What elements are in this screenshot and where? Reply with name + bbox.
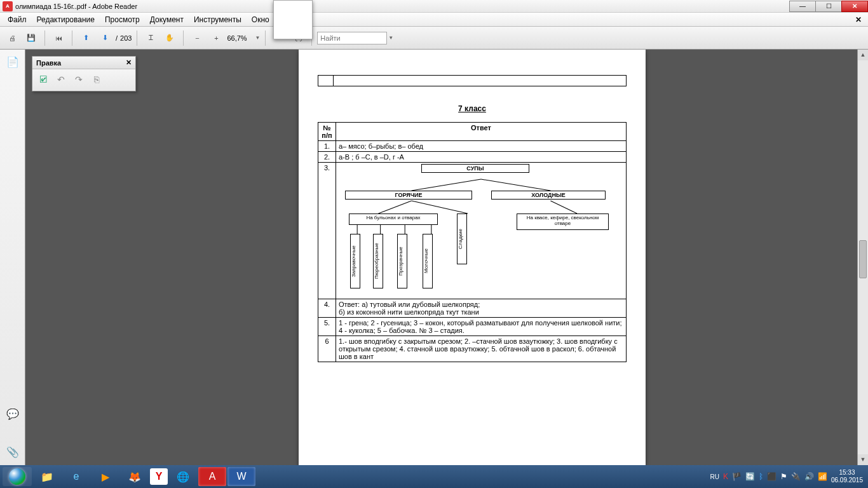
undo-icon[interactable]: ↶	[55, 74, 67, 86]
find-dropdown-icon[interactable]: ▼	[388, 35, 393, 41]
separator	[72, 30, 72, 46]
copy-icon[interactable]: ⎘	[91, 74, 102, 86]
separator	[137, 30, 137, 46]
tray-date: 06.09.2015	[831, 477, 863, 484]
soup-diagram: СУПЫ ГОРЯЧИЕ ХОЛОДНЫЕ На бульонах и отва…	[339, 164, 623, 297]
tray-volume-icon[interactable]: 🔊	[804, 472, 814, 481]
main-area: 📄 💬 📎 7 класс № п/п Ответ 1. а– мясо; б–…	[0, 50, 868, 465]
zoom-out-button[interactable]: −	[189, 30, 205, 46]
zoom-in-button[interactable]: +	[208, 30, 224, 46]
tray-power-icon[interactable]: 🔌	[791, 472, 801, 481]
header-row	[318, 75, 627, 86]
row-num: 6	[318, 336, 336, 362]
page-number-input[interactable]	[273, 0, 313, 39]
page-down-button[interactable]: ⬇	[97, 30, 113, 46]
zoom-value: 66,7%	[227, 34, 254, 42]
minimize-button[interactable]: —	[789, 1, 816, 12]
separator	[183, 30, 184, 46]
separator	[265, 30, 266, 46]
svg-line-2	[379, 201, 412, 214]
diagram-box: Прозрачные	[397, 234, 407, 288]
separator	[44, 30, 45, 46]
print-button[interactable]: 🖨	[4, 30, 20, 46]
taskbar-word-icon[interactable]: W	[227, 467, 255, 486]
diagram-box: Пюреобразные	[373, 234, 383, 288]
answer-cell: СУПЫ ГОРЯЧИЕ ХОЛОДНЫЕ На бульонах и отва…	[336, 163, 627, 299]
menu-bar: Файл Редактирование Просмотр Документ Ин…	[0, 13, 868, 27]
svg-line-4	[550, 201, 577, 214]
start-button[interactable]	[3, 467, 32, 486]
window-title: олимпиада 15-16г..pdf - Adobe Reader	[15, 3, 137, 10]
redo-icon[interactable]: ↷	[73, 74, 85, 86]
pdf-page: 7 класс № п/п Ответ 1. а– мясо; б–рыбы; …	[299, 50, 646, 465]
scroll-up-icon[interactable]: ▲	[858, 50, 868, 60]
row-num: 1.	[318, 141, 336, 152]
diagram-box: Заправочные	[350, 234, 360, 288]
taskbar-explorer-icon[interactable]: 📁	[33, 467, 61, 486]
palette-close-button[interactable]: ✕	[126, 58, 132, 67]
windows-orb-icon	[9, 468, 25, 485]
spellcheck-icon[interactable]: 🗹	[37, 74, 49, 86]
taskbar-ie-icon[interactable]: e	[62, 467, 90, 486]
taskbar-yandex-icon[interactable]: Y	[150, 468, 168, 485]
row-num: 2.	[318, 152, 336, 163]
nav-first-button[interactable]: ⏮	[50, 30, 67, 46]
diagram-box: ГОРЯЧИЕ	[345, 191, 472, 200]
taskbar-chrome-icon[interactable]: 🌐	[169, 467, 197, 486]
tray-bluetooth-icon[interactable]: ᛒ	[759, 472, 763, 481]
taskbar[interactable]: 📁 e ▶ 🦊 Y 🌐 A W RU K 🏴 🔄 ᛒ ⬛ ⚑ 🔌 🔊 📶 15:…	[0, 465, 868, 488]
tray-time: 15:33	[831, 469, 863, 477]
menu-view[interactable]: Просмотр	[100, 14, 145, 25]
comments-panel-icon[interactable]: 💬	[6, 408, 19, 421]
diagram-box: СУПЫ	[421, 164, 529, 173]
page-total: 203	[120, 34, 132, 42]
menu-document[interactable]: Документ	[145, 14, 189, 25]
nav-pane: 📄 💬 📎	[0, 50, 25, 465]
zoom-dropdown-icon[interactable]: ▼	[255, 35, 260, 41]
svg-line-0	[412, 179, 481, 191]
tray-sync-icon[interactable]: 🔄	[745, 472, 755, 481]
document-close-button[interactable]: ✕	[851, 15, 865, 24]
answer-cell: 1 - грена; 2 - гусеница; 3 – кокон, кото…	[336, 318, 627, 336]
tray-language[interactable]: RU	[710, 473, 719, 480]
answer-cell: а-В ; б –С, в –D, г -А	[336, 152, 627, 163]
maximize-button[interactable]: ☐	[815, 1, 842, 12]
tray-clock[interactable]: 15:33 06.09.2015	[831, 469, 863, 484]
taskbar-firefox-icon[interactable]: 🦊	[121, 467, 149, 486]
save-button[interactable]: 💾	[23, 30, 39, 46]
tray-antivirus-icon[interactable]: K	[723, 472, 728, 481]
scroll-thumb[interactable]	[859, 240, 867, 278]
answer-cell: 1.- шов вподгибку с закрытым срезом; 2. …	[336, 336, 627, 362]
attachments-panel-icon[interactable]: 📎	[6, 446, 19, 459]
menu-tools[interactable]: Инструменты	[189, 14, 247, 25]
close-button[interactable]: ✕	[841, 1, 868, 12]
answer-cell: Ответ: а) тутовый или дубовый шелкопряд;…	[336, 299, 627, 318]
menu-edit[interactable]: Редактирование	[32, 14, 100, 25]
tray-flag-icon[interactable]: 🏴	[732, 472, 742, 481]
answers-table: № п/п Ответ 1. а– мясо; б–рыбы; в– обед …	[318, 122, 627, 362]
scroll-down-icon[interactable]: ▼	[858, 454, 868, 465]
page-up-button[interactable]: ⬆	[78, 30, 94, 46]
tray-nvidia-icon[interactable]: ⬛	[767, 472, 776, 481]
taskbar-media-icon[interactable]: ▶	[92, 467, 119, 486]
svg-line-1	[481, 179, 550, 191]
system-tray[interactable]: RU K 🏴 🔄 ᛒ ⬛ ⚑ 🔌 🔊 📶 15:33 06.09.2015	[710, 469, 865, 484]
svg-line-3	[412, 201, 468, 214]
pages-panel-icon[interactable]: 📄	[6, 56, 19, 69]
select-tool-button[interactable]: Ꮖ	[142, 30, 159, 46]
taskbar-reader-icon[interactable]: A	[198, 467, 226, 486]
row-num: 4.	[318, 299, 336, 318]
menu-file[interactable]: Файл	[3, 14, 32, 25]
pdf-icon: A	[3, 1, 13, 11]
tray-updates-icon[interactable]: ⚑	[780, 472, 787, 481]
document-viewer[interactable]: 7 класс № п/п Ответ 1. а– мясо; б–рыбы; …	[25, 50, 857, 465]
vertical-scrollbar[interactable]: ▲ ▼	[857, 50, 868, 465]
menu-window[interactable]: Окно	[247, 14, 275, 25]
hand-tool-button[interactable]: ✋	[161, 30, 178, 46]
edit-palette[interactable]: Правка ✕ 🗹 ↶ ↷ ⎘	[32, 56, 136, 92]
diagram-box: ХОЛОДНЫЕ	[491, 191, 606, 200]
find-input[interactable]	[317, 32, 387, 44]
tray-network-icon[interactable]: 📶	[818, 472, 827, 481]
diagram-box: На бульонах и отварах	[349, 214, 438, 225]
palette-header[interactable]: Правка ✕	[32, 57, 135, 69]
